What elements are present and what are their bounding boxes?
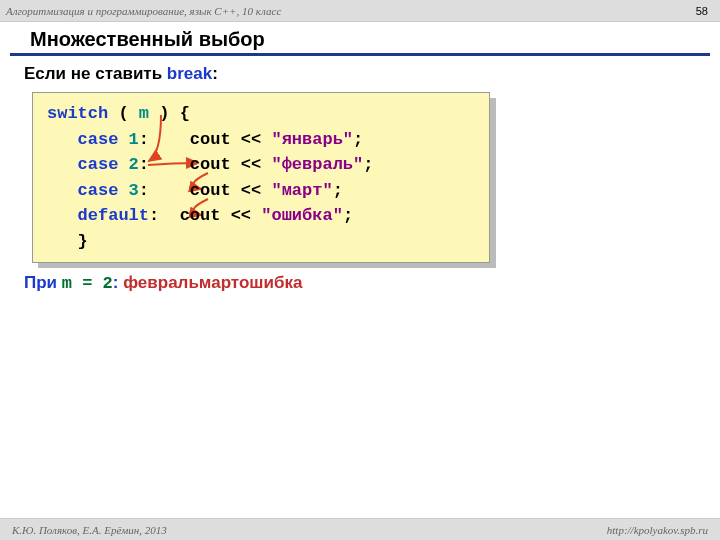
result-output: февральмартошибка (123, 273, 302, 292)
str: "январь" (271, 130, 353, 149)
header-bar: Алгоритмизация и программирование, язык … (0, 0, 720, 22)
code-line-6: } (47, 229, 475, 255)
result-colon: : (113, 273, 123, 292)
footer-left: К.Ю. Поляков, Е.А. Ерёмин, 2013 (12, 524, 167, 536)
subheading: Если не ставить break: (24, 64, 696, 84)
code-line-3: case 2: cout << "февраль"; (47, 152, 475, 178)
course-label: Алгоритмизация и программирование, язык … (6, 5, 281, 17)
subhead-prefix: Если не ставить (24, 64, 167, 83)
kw-case: case (47, 130, 118, 149)
t: : cout << (149, 206, 261, 225)
kw-switch: switch (47, 104, 108, 123)
slide-title: Множественный выбор (30, 28, 690, 51)
t: ( (108, 104, 139, 123)
num: 3 (118, 181, 138, 200)
t: ; (353, 130, 363, 149)
t: : cout << (139, 130, 272, 149)
str: "февраль" (271, 155, 363, 174)
t: ) { (149, 104, 190, 123)
footer-right: http://kpolyakov.spb.ru (607, 524, 708, 536)
t: ; (343, 206, 353, 225)
code-line-1: switch ( m ) { (47, 101, 475, 127)
var-m: m (139, 104, 149, 123)
t: : cout << (139, 181, 272, 200)
str: "ошибка" (261, 206, 343, 225)
code-box: switch ( m ) { case 1: cout << "январь";… (32, 92, 490, 263)
subhead-suffix: : (212, 64, 218, 83)
footer: К.Ю. Поляков, Е.А. Ерёмин, 2013 http://k… (0, 518, 720, 540)
code-line-4: case 3: cout << "март"; (47, 178, 475, 204)
code-container: switch ( m ) { case 1: cout << "январь";… (32, 92, 696, 263)
kw-case: case (47, 181, 118, 200)
code-line-2: case 1: cout << "январь"; (47, 127, 475, 153)
num: 1 (118, 130, 138, 149)
result-label: При (24, 273, 62, 292)
content: Если не ставить break: switch ( m ) { (0, 64, 720, 293)
num: 2 (118, 155, 138, 174)
break-keyword: break (167, 64, 212, 83)
page-number: 58 (696, 5, 708, 17)
t: ; (333, 181, 343, 200)
result-mvar: m = 2 (62, 274, 113, 293)
t: : cout << (139, 155, 272, 174)
t: ; (363, 155, 373, 174)
title-area: Множественный выбор (10, 22, 710, 56)
code-line-5: default: cout << "ошибка"; (47, 203, 475, 229)
result-line: При m = 2: февральмартошибка (24, 273, 696, 293)
kw-case: case (47, 155, 118, 174)
kw-default: default (47, 206, 149, 225)
str: "март" (271, 181, 332, 200)
